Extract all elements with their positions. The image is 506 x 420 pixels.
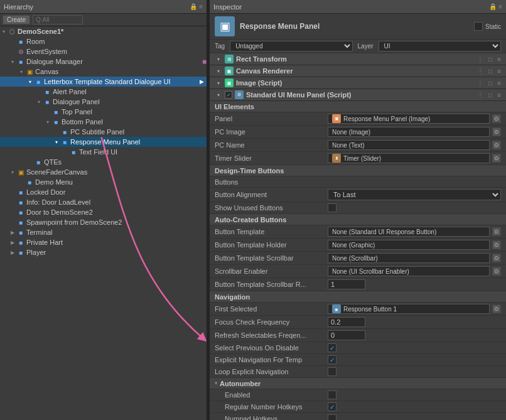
tree-item-alertpanel[interactable]: ■ Alert Panel [0, 87, 207, 97]
static-checkbox[interactable] [474, 22, 483, 31]
image-lock[interactable]: ≡ [497, 80, 501, 87]
canvas-renderer-lock[interactable]: ≡ [497, 68, 501, 75]
pc-name-value: None (Text) ⊙ [328, 140, 501, 150]
select-previous-checkbox[interactable] [328, 343, 336, 352]
tree-item-doortodemo[interactable]: ■ Door to DemoScene2 [0, 207, 207, 217]
tree-item-dialogue-manager[interactable]: ▾ ■ Dialogue Manager ◼ [0, 57, 207, 67]
first-selected-dot-btn[interactable]: ⊙ [492, 304, 501, 313]
button-template-dot-btn[interactable]: ⊙ [492, 227, 501, 236]
tree-item-toppanel[interactable]: ■ Top Panel [0, 107, 207, 117]
tree-item-pcsubtitle[interactable]: ■ PC Subtitle Panel [0, 127, 207, 137]
refresh-selectables-input[interactable] [328, 330, 365, 340]
inspector-lock-icon: 🔒 [489, 3, 497, 10]
field-button-template-scrollbar: Button Template Scrollbar None (Scrollba… [210, 252, 506, 265]
hierarchy-toolbar: Create [0, 14, 207, 26]
script-lock[interactable]: ≡ [497, 92, 501, 99]
script-arrow: ▾ [215, 92, 222, 98]
ui-elements-header: UI Elements [210, 101, 506, 112]
scene-icon: ⬡ [8, 27, 16, 36]
tree-item-eventsystem[interactable]: ⚙ EventSystem [0, 46, 207, 57]
arrow-player: ▶ [9, 250, 16, 256]
button-template-holder-value: None (Graphic) ⊙ [328, 240, 501, 250]
tree-item-privatehart[interactable]: ▶ ■ Private Hart [0, 237, 207, 247]
button-template-scrollbar-dot-btn[interactable]: ⊙ [492, 254, 501, 262]
script-settings[interactable]: ⋮ [477, 92, 483, 99]
object-name-field[interactable] [240, 22, 470, 31]
image-foldout[interactable]: ▾ ▣ Image (Script) ⋮ □ ≡ [210, 77, 506, 89]
button-alignment-select[interactable]: To Last [328, 189, 501, 200]
script-foldout[interactable]: ▾ ⚙ Standard UI Menu Panel (Script) ⋮ □ … [210, 89, 506, 101]
tree-item-demoscene[interactable]: ▾ ⬡ DemoScene1* [0, 26, 207, 36]
inspector-header: Inspector 🔒 ≡ [210, 0, 506, 14]
pc-name-dot-btn[interactable]: ⊙ [492, 141, 501, 149]
arrow-ph: ▶ [9, 240, 16, 245]
timer-slider-dot-btn[interactable]: ⊙ [492, 154, 501, 163]
btn-template-scrollbar-r-input[interactable] [328, 279, 365, 289]
autonumber-header: ▾ Autonumber [210, 378, 506, 389]
hierarchy-panel: Hierarchy 🔒 ≡ Create ▾ ⬡ DemoScene1* ■ R… [0, 0, 207, 420]
canvas-renderer-more[interactable]: □ [488, 68, 492, 75]
rect-transform-settings[interactable]: ⋮ [477, 56, 483, 63]
hierarchy-search[interactable] [33, 15, 83, 24]
tree-item-room[interactable]: ■ Room [0, 36, 207, 46]
scrollbar-enabler-dot-btn[interactable]: ⊙ [492, 267, 501, 276]
arrow-bottompanel: ▾ [44, 119, 51, 125]
tag-select[interactable]: Untagged [230, 41, 352, 51]
tree-item-player[interactable]: ▶ ■ Player [0, 247, 207, 257]
tree-item-letterbox[interactable]: ▾ ■ Letterbox Template Standard Dialogue… [0, 77, 207, 87]
rect-transform-foldout[interactable]: ▾ ⊞ Rect Transform ⋮ □ ≡ [210, 53, 506, 65]
first-selected-value: ▣ Response Button 1 ⊙ [328, 304, 501, 314]
field-button-alignment: Button Alignment To Last [210, 188, 506, 202]
tree-item-responsemenupanel[interactable]: ▾ ■ Response Menu Panel [0, 137, 207, 147]
show-unused-checkbox[interactable] [328, 203, 336, 212]
tree-item-canvas[interactable]: ▾ ▣ Canvas [0, 67, 207, 77]
focus-check-input[interactable] [328, 317, 365, 327]
tree-item-lockeddoor[interactable]: ■ Locked Door [0, 187, 207, 197]
button-template-value: None (Standard UI Response Button) ⊙ [328, 227, 501, 237]
image-settings[interactable]: ⋮ [477, 80, 483, 87]
pcsubtitle-label: PC Subtitle Panel [70, 128, 124, 136]
tree-item-infodoor[interactable]: ■ Info: Door LoadLevel [0, 197, 207, 207]
rect-transform-more[interactable]: □ [488, 56, 492, 63]
numpad-hotkeys-label: Numpad Hotkeys [215, 415, 328, 420]
loop-explicit-nav-label: Loop Explicit Navigation [215, 368, 328, 375]
tree-item-textfieldui[interactable]: ■ Text Field UI [0, 147, 207, 157]
numpad-hotkeys-checkbox[interactable] [328, 414, 336, 420]
image-icon: ▣ [225, 78, 234, 87]
pc-image-dot-btn[interactable]: ⊙ [492, 127, 501, 136]
button-template-scrollbar-label: Button Template Scrollbar [215, 254, 328, 262]
tree-item-bottompanel[interactable]: ▾ ■ Bottom Panel [0, 117, 207, 127]
autonumber-enabled-checkbox[interactable] [328, 390, 336, 399]
inspector-panel: Inspector 🔒 ≡ ▣ Static [210, 0, 506, 420]
tree-item-spawnpoint[interactable]: ■ Spawnpoint from DemoScene2 [0, 217, 207, 227]
regular-number-hotkeys-checkbox[interactable] [328, 402, 336, 411]
cube-icon-dtd: ■ [16, 208, 25, 217]
explicit-nav-temp-label: Explicit Navigation For Temp [215, 356, 328, 363]
hierarchy-tree: ▾ ⬡ DemoScene1* ■ Room ⚙ EventSystem ▾ ■… [0, 26, 207, 420]
field-pc-name: PC Name None (Text) ⊙ [210, 139, 506, 152]
first-selected-ref-text: Response Button 1 [343, 306, 397, 313]
canvas-renderer-settings[interactable]: ⋮ [477, 68, 483, 75]
rect-transform-lock[interactable]: ≡ [497, 56, 501, 63]
panel-dot-btn[interactable]: ⊙ [492, 114, 501, 123]
image-more[interactable]: □ [488, 80, 492, 87]
first-selected-ref: ▣ Response Button 1 [328, 304, 490, 314]
field-loop-explicit-nav: Loop Explicit Navigation [210, 366, 506, 378]
loop-explicit-nav-value [328, 367, 501, 376]
tree-item-scenefadercanvas[interactable]: ▾ ▣ SceneFaderCanvas [0, 167, 207, 177]
button-template-holder-dot-btn[interactable]: ⊙ [492, 240, 501, 249]
script-more[interactable]: □ [488, 92, 492, 99]
cube-icon-dm: ■ [16, 57, 25, 66]
button-alignment-value: To Last [328, 189, 501, 200]
tree-item-qtes[interactable]: ■ QTEs [0, 157, 207, 167]
create-button[interactable]: Create [3, 15, 30, 24]
layer-label-static: Layer [358, 43, 374, 50]
layer-select[interactable]: UI [379, 41, 501, 51]
tree-item-demomenu[interactable]: ■ Demo Menu [0, 177, 207, 187]
script-checkbox[interactable] [225, 91, 232, 99]
explicit-nav-temp-checkbox[interactable] [328, 355, 336, 364]
tree-item-dialoguepanel[interactable]: ▾ ■ Dialogue Panel [0, 97, 207, 107]
loop-explicit-nav-checkbox[interactable] [328, 367, 336, 376]
canvas-renderer-foldout[interactable]: ▾ ▣ Canvas Renderer ⋮ □ ≡ [210, 65, 506, 77]
tree-item-terminal[interactable]: ▶ ■ Terminal [0, 227, 207, 237]
